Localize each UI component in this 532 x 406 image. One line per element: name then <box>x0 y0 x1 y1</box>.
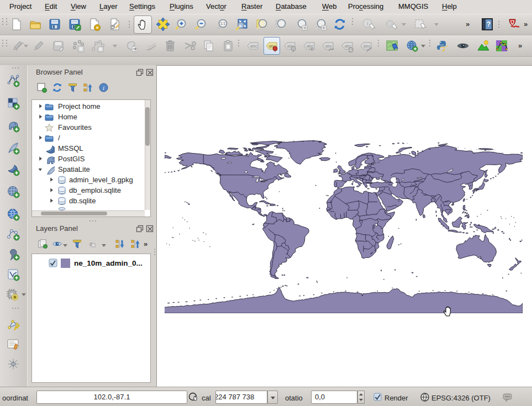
svg-text:i: i <box>366 20 368 27</box>
svg-text:abc: abc <box>325 44 333 49</box>
svg-text:i: i <box>103 85 104 91</box>
svg-text:?: ? <box>487 20 491 28</box>
svg-text:1:1: 1:1 <box>220 22 225 25</box>
svg-text:abc: abc <box>250 44 257 49</box>
svg-text:abc: abc <box>364 44 371 49</box>
svg-text:abc: abc <box>307 44 314 49</box>
